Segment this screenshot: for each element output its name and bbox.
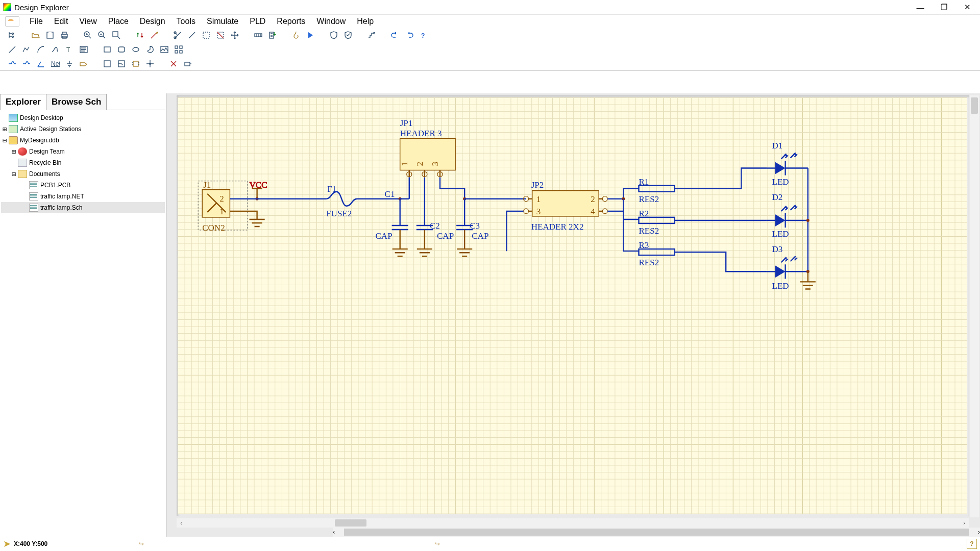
pie-icon[interactable]	[144, 44, 156, 55]
zoom-area-icon[interactable]	[110, 30, 122, 41]
arc-icon[interactable]	[35, 44, 47, 55]
workspace: Explorer Browse Sch Design Desktop ⊞Acti…	[0, 93, 980, 537]
menu-edit[interactable]: Edit	[49, 16, 74, 27]
svg-text:T: T	[66, 46, 70, 54]
schematic[interactable]: J1 CON2 2 1 VCC F1 FUSE2	[178, 97, 967, 497]
tree-toggle-icon[interactable]	[6, 30, 18, 41]
polyline-icon[interactable]	[20, 44, 33, 55]
canvas-vscroll[interactable]: ˄	[970, 95, 979, 517]
line-icon[interactable]	[6, 44, 18, 55]
zoom-out-icon[interactable]	[96, 30, 108, 41]
redo-icon[interactable]	[403, 30, 415, 41]
deselect-icon[interactable]	[214, 30, 227, 41]
bus-entry-icon[interactable]	[35, 58, 47, 69]
image-icon[interactable]	[158, 44, 170, 55]
toggle-units-icon[interactable]	[252, 30, 264, 41]
tab-explorer[interactable]: Explorer	[0, 94, 46, 110]
bezier-icon[interactable]	[49, 44, 61, 55]
menu-reports[interactable]: Reports	[272, 16, 310, 27]
shield1-icon[interactable]	[328, 30, 340, 41]
junction-icon[interactable]	[144, 58, 156, 69]
tab-browse-sch[interactable]: Browse Sch	[46, 94, 107, 110]
port-icon[interactable]	[78, 58, 90, 69]
scroll-thumb[interactable]	[344, 529, 969, 536]
run-icon[interactable]	[304, 30, 316, 41]
ref-c1: C1	[385, 189, 395, 199]
val-d2: LED	[772, 229, 789, 239]
tree-docs[interactable]: ⊟Documents	[1, 168, 165, 180]
scroll-right-icon[interactable]: ›	[960, 518, 969, 528]
no-erc-icon[interactable]	[167, 58, 180, 69]
shield2-icon[interactable]	[342, 30, 354, 41]
tree-root[interactable]: Design Desktop	[1, 112, 165, 123]
cross-probe-icon[interactable]	[148, 30, 160, 41]
open-icon[interactable]	[30, 30, 42, 41]
menu-bar: File Edit View Place Design Tools Simula…	[0, 15, 980, 28]
svg-rect-3	[48, 32, 52, 34]
undo-icon[interactable]	[389, 30, 401, 41]
rect-icon[interactable]	[101, 44, 113, 55]
tree-file-sch[interactable]: traffic lamp.Sch	[1, 202, 165, 213]
menu-view[interactable]: View	[74, 16, 102, 27]
scroll-left-icon[interactable]: ‹	[177, 518, 186, 528]
sheet-symbol-icon[interactable]	[101, 58, 113, 69]
cut-wire-icon[interactable]	[172, 30, 184, 41]
design-tree[interactable]: Design Desktop ⊞Active Design Stations ⊟…	[0, 110, 166, 537]
tree-label: traffic lamp.Sch	[40, 204, 82, 211]
ellipse-icon[interactable]	[130, 44, 142, 55]
status-arrow1-icon: ↪	[139, 540, 144, 547]
scroll-left-icon[interactable]: ‹	[333, 529, 335, 536]
menu-simulate[interactable]: Simulate	[202, 16, 243, 27]
scroll-thumb[interactable]	[971, 97, 978, 114]
select-line-icon[interactable]	[186, 30, 198, 41]
tree-file-net[interactable]: traffic lamp.NET	[1, 191, 165, 202]
menu-tools[interactable]: Tools	[172, 16, 201, 27]
svg-point-32	[149, 63, 151, 65]
menu-help[interactable]: Help	[352, 16, 379, 27]
maximize-button[interactable]: ❐	[932, 0, 955, 15]
sidebar-tabs: Explorer Browse Sch	[0, 93, 166, 110]
menu-window[interactable]: Window	[311, 16, 351, 27]
scroll-thumb[interactable]	[335, 519, 366, 527]
netlabel-icon[interactable]: Net1	[49, 58, 61, 69]
save-icon[interactable]	[44, 30, 56, 41]
close-button[interactable]: ✕	[955, 0, 979, 15]
gnd-icon[interactable]	[63, 58, 76, 69]
system-menu-icon[interactable]	[5, 16, 19, 27]
help-icon[interactable]: ?	[418, 30, 430, 41]
tree-stations[interactable]: ⊞Active Design Stations	[1, 123, 165, 135]
tree-ddb[interactable]: ⊟MyDesign.ddb	[1, 135, 165, 146]
menu-file[interactable]: File	[24, 16, 48, 27]
workspace-hscroll[interactable]: ‹ ›	[333, 528, 980, 537]
probe-icon[interactable]	[182, 58, 194, 69]
annotate-icon[interactable]	[266, 30, 279, 41]
zoom-in-icon[interactable]	[82, 30, 94, 41]
move-icon[interactable]	[229, 30, 241, 41]
wire-icon[interactable]	[6, 58, 18, 69]
status-help-button[interactable]: ?	[967, 539, 977, 549]
part-icon[interactable]	[130, 58, 142, 69]
hierarchy-up-icon[interactable]	[134, 30, 146, 41]
bus-icon[interactable]	[20, 58, 33, 69]
val-r3: RES2	[639, 258, 659, 267]
tree-recycle[interactable]: Recycle Bin	[1, 157, 165, 168]
power-port-icon[interactable]	[290, 30, 302, 41]
sheet-entry-icon[interactable]	[115, 58, 128, 69]
menu-design[interactable]: Design	[135, 16, 170, 27]
array-icon[interactable]	[173, 44, 185, 55]
tree-file-pcb[interactable]: PCB1.PCB	[1, 180, 165, 191]
tree-team[interactable]: ⊞Design Team	[1, 146, 165, 157]
menu-pld[interactable]: PLD	[244, 16, 271, 27]
select-area-icon[interactable]	[200, 30, 212, 41]
text-frame-icon[interactable]	[78, 44, 90, 55]
step-icon[interactable]	[365, 30, 378, 41]
menu-place[interactable]: Place	[103, 16, 134, 27]
scroll-right-icon[interactable]: ›	[978, 529, 980, 536]
roundrect-icon[interactable]	[115, 44, 128, 55]
schematic-canvas[interactable]: J1 CON2 2 1 VCC F1 FUSE2	[177, 95, 969, 516]
canvas-hscroll[interactable]: ‹ ›	[177, 518, 969, 528]
print-icon[interactable]	[58, 30, 70, 41]
toolbar-main: ?	[0, 28, 980, 42]
minimize-button[interactable]: —	[909, 0, 932, 15]
text-icon[interactable]: T	[63, 44, 76, 55]
